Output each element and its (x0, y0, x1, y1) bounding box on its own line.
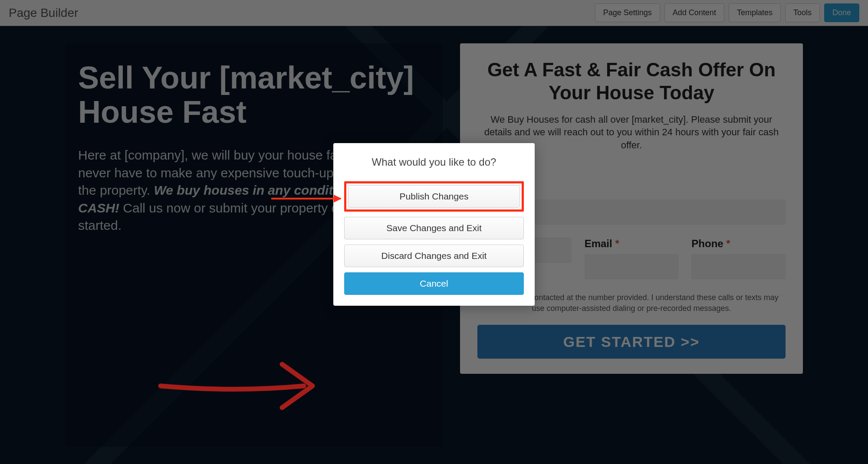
modal-title: What would you like to do? (344, 156, 524, 168)
annotation-highlight-box: Publish Changes (344, 181, 524, 212)
modal-overlay[interactable]: What would you like to do? Publish Chang… (0, 0, 868, 464)
done-modal: What would you like to do? Publish Chang… (333, 143, 535, 306)
publish-changes-button[interactable]: Publish Changes (348, 185, 520, 208)
cancel-button[interactable]: Cancel (344, 272, 524, 295)
annotation-drawn-arrow-icon (156, 356, 334, 421)
save-exit-button[interactable]: Save Changes and Exit (344, 217, 524, 239)
annotation-arrow-icon (271, 198, 341, 199)
discard-exit-button[interactable]: Discard Changes and Exit (344, 245, 524, 267)
